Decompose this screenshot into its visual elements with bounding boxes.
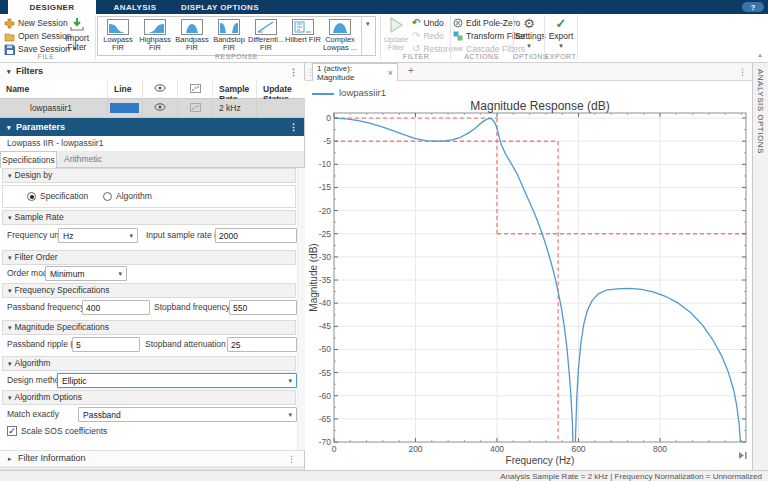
passband-ripple-field[interactable]: [72, 337, 140, 352]
export-button[interactable]: ✓ Export ▾: [546, 16, 576, 50]
hilbert-fir-button[interactable]: Hilbert FIR: [285, 19, 321, 44]
export-dropdown-icon: ▾: [559, 42, 563, 49]
section-magnitude-specs[interactable]: ▾Magnitude Specifications: [2, 320, 296, 335]
import-filter-button[interactable]: ImportFilter: [60, 17, 94, 52]
filter-information-menu-icon[interactable]: ⋮: [287, 454, 296, 464]
design-method-select[interactable]: Elliptic▾: [57, 373, 297, 388]
tab-display-options[interactable]: DISPLAY OPTIONS: [174, 0, 266, 14]
svg-text:800: 800: [653, 444, 667, 454]
section-design-by[interactable]: ▾Design by: [2, 168, 296, 183]
gear-icon: ⚙: [523, 16, 535, 31]
radio-specification[interactable]: [27, 192, 36, 201]
frequency-units-select[interactable]: Hz▾: [58, 228, 138, 243]
parameters-panel-header[interactable]: ▾ Parameters ⋮: [0, 118, 304, 136]
collapse-ribbon-icon[interactable]: ▲: [757, 52, 763, 58]
undo-button[interactable]: ↶ Undo: [412, 17, 444, 29]
column-header-visibility: [143, 80, 178, 99]
help-button[interactable]: ?: [742, 2, 764, 12]
match-exactly-label: Match exactly: [7, 407, 59, 422]
pole-zero-icon: [453, 18, 463, 28]
redo-button-disabled[interactable]: ↷ Redo: [412, 30, 444, 42]
hilbert-shape-icon: [292, 19, 314, 35]
svg-text:-10: -10: [319, 159, 332, 169]
export-group-label: EXPORT: [544, 53, 577, 61]
bandpass-shape-icon: [181, 19, 203, 35]
passband-frequency-field[interactable]: [82, 300, 150, 315]
filters-menu-icon[interactable]: ⋮: [289, 67, 298, 77]
section-algorithm-options[interactable]: ▾Algorithm Options: [2, 390, 296, 405]
highpass-shape-icon: [144, 19, 166, 35]
collapse-caret-icon: ▾: [7, 124, 11, 131]
filters-panel-header[interactable]: ▾ Filters ⋮: [0, 63, 304, 81]
tab-arithmetic[interactable]: Arithmetic: [57, 151, 109, 168]
new-session-button[interactable]: New Session: [4, 17, 68, 29]
section-caret-icon: ▾: [8, 254, 12, 261]
settings-button[interactable]: ⚙ Settings ▾: [515, 16, 543, 50]
export-check-icon: ✓: [556, 16, 567, 31]
gallery-expand-icon: ▾: [366, 20, 370, 28]
tab-designer[interactable]: DESIGNER: [8, 0, 96, 14]
svg-text:-40: -40: [319, 298, 332, 308]
analysis-options-strip[interactable]: ANALYSIS OPTIONS: [752, 63, 768, 470]
transform-filter-icon: [453, 31, 463, 41]
expand-caret-icon: ▸: [8, 455, 12, 462]
close-tab-icon[interactable]: ×: [388, 68, 393, 78]
magnitude-response-plot: 02004006008000-5-10-15-20-25-30-35-40-45…: [305, 63, 752, 470]
svg-text:400: 400: [490, 444, 504, 454]
left-panel-scrollbar[interactable]: [297, 168, 305, 450]
section-caret-icon: ▾: [8, 287, 12, 294]
status-bar: Analysis Sample Rate = 2 kHz | Frequency…: [0, 470, 768, 481]
scale-sos-checkbox[interactable]: ✓: [7, 426, 17, 436]
figure-tab-magnitude[interactable]: 1 (active): Magnitude ×: [312, 63, 398, 81]
filter-row-name[interactable]: lowpassiir1: [0, 99, 108, 118]
svg-text:-55: -55: [319, 368, 332, 378]
section-sample-rate[interactable]: ▾Sample Rate: [2, 210, 296, 225]
column-header-line: Line: [108, 80, 143, 99]
filter-row-visibility[interactable]: [143, 99, 178, 118]
filter-row-response-window[interactable]: [178, 99, 213, 118]
gallery-expand-button[interactable]: ▾: [361, 17, 376, 55]
lowpass-fir-button[interactable]: LowpassFIR: [100, 19, 136, 52]
stopband-frequency-field[interactable]: [229, 300, 297, 315]
differentiator-fir-button[interactable]: Differenti...FIR: [248, 19, 284, 52]
bandstop-fir-button[interactable]: BandstopFIR: [211, 19, 247, 52]
section-filter-order[interactable]: ▾Filter Order: [2, 250, 296, 265]
update-filter-button-disabled[interactable]: UpdateFilter: [383, 16, 409, 52]
line-color-swatch[interactable]: [110, 103, 139, 113]
skip-to-end-icon[interactable]: [738, 451, 748, 460]
tab-analysis[interactable]: ANALYSIS: [96, 0, 174, 14]
highpass-fir-button[interactable]: HighpassFIR: [137, 19, 173, 52]
radio-algorithm[interactable]: [103, 192, 112, 201]
chevron-down-icon: ▾: [118, 270, 122, 278]
legend-label: lowpassiir1: [339, 87, 386, 98]
tab-specifications[interactable]: Specifications: [0, 151, 57, 168]
input-sample-rate-field[interactable]: [215, 228, 297, 243]
bandpass-fir-button[interactable]: BandpassFIR: [174, 19, 210, 52]
stopband-attenuation-field[interactable]: [227, 337, 297, 352]
settings-dropdown-icon: ▾: [527, 42, 531, 49]
scale-sos-label: Scale SOS coefficients: [21, 424, 107, 439]
parameters-menu-icon[interactable]: ⋮: [289, 122, 298, 132]
new-tab-icon[interactable]: +: [404, 65, 418, 76]
match-exactly-select[interactable]: Passband▾: [78, 407, 297, 422]
svg-text:-45: -45: [319, 321, 332, 331]
edit-pole-zero-button[interactable]: Edit Pole-Zero: [453, 17, 520, 29]
section-frequency-specs[interactable]: ▾Frequency Specifications: [2, 283, 296, 298]
svg-text:-35: -35: [319, 275, 332, 285]
section-algorithm[interactable]: ▾Algorithm: [2, 356, 296, 371]
x-axis-label: Frequency (Hz): [334, 455, 746, 466]
toolstrip-tabbar: DESIGNER ANALYSIS DISPLAY OPTIONS ?: [0, 0, 768, 14]
filter-information-header[interactable]: ▸ Filter Information ⋮: [0, 450, 304, 466]
filter-row-line[interactable]: [108, 99, 143, 118]
bandstop-shape-icon: [218, 19, 240, 35]
figure-menu-icon[interactable]: ⋮: [738, 67, 747, 77]
update-filter-play-icon: [387, 16, 405, 34]
order-mode-select[interactable]: Minimum▾: [45, 266, 127, 281]
redo-icon: ↷: [412, 31, 420, 41]
svg-text:-60: -60: [319, 391, 332, 401]
stem-window-icon: [190, 84, 201, 93]
complex-lowpass-button[interactable]: ComplexLowpas ...: [322, 19, 358, 52]
analysis-options-label: ANALYSIS OPTIONS: [756, 69, 765, 154]
collapse-caret-icon: ▾: [7, 68, 11, 75]
response-gallery: LowpassFIR HighpassFIR BandpassFIR Bands…: [97, 16, 376, 56]
